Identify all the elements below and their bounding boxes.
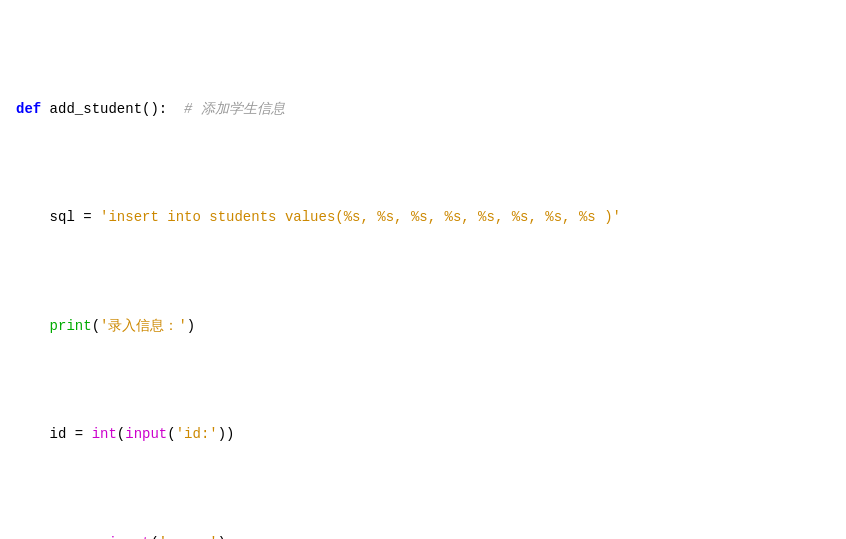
paren: ( bbox=[150, 535, 158, 540]
paren: ( bbox=[167, 426, 175, 442]
string-luru: '录入信息：' bbox=[100, 318, 187, 334]
op-eq: = bbox=[66, 426, 91, 442]
code-container: def add_student(): # 添加学生信息 sql = 'inser… bbox=[0, 0, 846, 539]
paren: ( bbox=[117, 426, 125, 442]
var-name: name bbox=[50, 535, 84, 540]
fn-name: add_student bbox=[41, 101, 142, 117]
fn-input-2: input bbox=[108, 535, 150, 540]
var-id: id bbox=[50, 426, 67, 442]
paren: )) bbox=[218, 426, 235, 442]
line-1: def add_student(): # 添加学生信息 bbox=[16, 99, 830, 121]
line-2: sql = 'insert into students values(%s, %… bbox=[16, 207, 830, 229]
fn-input-1: input bbox=[125, 426, 167, 442]
string-name: 'name:' bbox=[159, 535, 218, 540]
keyword-def: def bbox=[16, 101, 41, 117]
line-5: name = input('name:') bbox=[16, 533, 830, 540]
string-sql: 'insert into students values(%s, %s, %s,… bbox=[100, 209, 621, 225]
string-id: 'id:' bbox=[176, 426, 218, 442]
line-4: id = int(input('id:')) bbox=[16, 424, 830, 446]
comment-1: # 添加学生信息 bbox=[184, 101, 285, 117]
var-sql: sql bbox=[50, 209, 75, 225]
code-block: def add_student(): # 添加学生信息 sql = 'inser… bbox=[16, 12, 830, 539]
paren: ) bbox=[218, 535, 226, 540]
paren: ( bbox=[92, 318, 100, 334]
paren: (): bbox=[142, 101, 184, 117]
fn-int: int bbox=[92, 426, 117, 442]
fn-print: print bbox=[50, 318, 92, 334]
op-eq: = bbox=[83, 535, 108, 540]
line-3: print('录入信息：') bbox=[16, 316, 830, 338]
op-eq: = bbox=[75, 209, 100, 225]
paren: ) bbox=[187, 318, 195, 334]
